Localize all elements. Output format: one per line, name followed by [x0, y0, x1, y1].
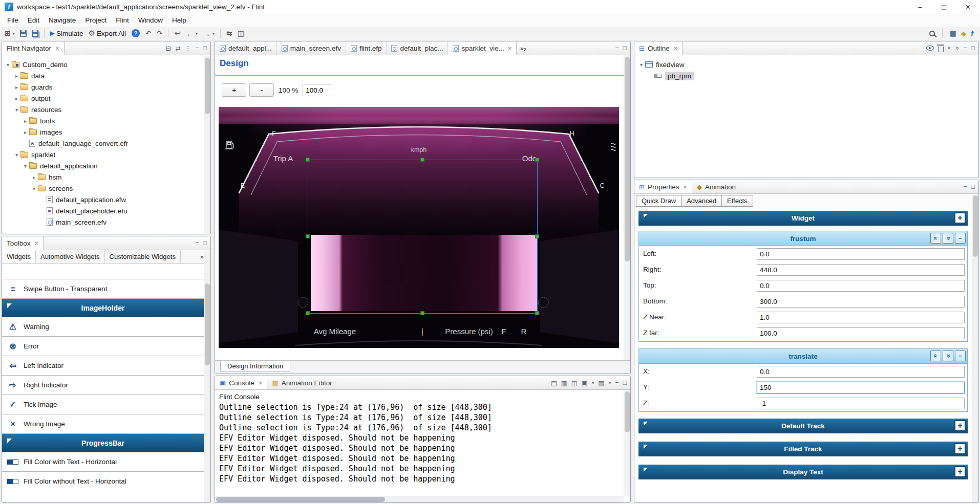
tab-automotive-widgets[interactable]: Automotive Widgets — [36, 250, 105, 263]
field-input[interactable] — [757, 296, 965, 308]
tab-widgets[interactable]: Widgets — [2, 250, 36, 263]
expand-arrow[interactable]: ▸ — [22, 118, 29, 124]
minimize-icon[interactable]: − — [963, 183, 967, 190]
perspective-icon[interactable]: ◆ — [961, 30, 966, 37]
last-edit-location-button[interactable]: ↩ — [172, 28, 183, 39]
field-input[interactable] — [757, 264, 965, 276]
chevron-down-icon[interactable]: ▾ — [13, 31, 15, 36]
section-widget[interactable]: Widget+ — [638, 211, 968, 226]
collapse-group-icon[interactable]: − — [955, 350, 966, 361]
display-selected-console-icon[interactable]: ▦ — [598, 379, 604, 387]
tab-animation[interactable]: ◆ Animation — [692, 180, 740, 193]
maximize-icon[interactable]: □ — [623, 45, 627, 52]
menu-edit[interactable]: Edit — [23, 15, 44, 26]
zoom-in-button[interactable]: + — [222, 83, 246, 97]
tab-effects[interactable]: Effects — [721, 195, 753, 207]
scroll-lock-icon[interactable]: ▥ — [561, 379, 567, 387]
editor-scrollbar[interactable] — [624, 55, 630, 360]
section-default-track[interactable]: Default Track+ — [638, 419, 968, 433]
maximize-icon[interactable]: □ — [623, 379, 627, 386]
collapse-triangle-icon[interactable] — [644, 445, 648, 449]
flint-perspective-icon[interactable]: f — [971, 29, 973, 38]
tab-customizable-widgets[interactable]: Customizable Widgets — [105, 250, 181, 263]
editor-tab-flint-efp[interactable]: flint.efp — [346, 41, 387, 55]
close-window-button[interactable]: × — [956, 0, 980, 14]
help-button[interactable]: ? — [132, 29, 140, 37]
toolbox-item-Error[interactable]: ⊗Error — [2, 336, 204, 356]
design-canvas[interactable]: F H E C Trip A kmph Odo Avg Mileage | Pr… — [219, 107, 619, 348]
tree-item-images[interactable]: ▸images — [2, 126, 210, 138]
toolbox-item-Right-Indicator[interactable]: ⇨Right Indicator — [2, 375, 204, 395]
undo-button[interactable]: ↶ — [143, 28, 154, 38]
toolbox-item-Warning[interactable]: ⚠Warning — [2, 317, 204, 336]
tab-toolbox[interactable]: Toolbox × — [2, 236, 44, 250]
toolbox-item-Swipe-Button-Transparent[interactable]: ≡Swipe Button - Transparent — [2, 279, 204, 298]
menu-help[interactable]: Help — [167, 15, 191, 26]
field-input[interactable] — [757, 280, 965, 292]
add-button[interactable]: + — [954, 212, 966, 224]
field-input[interactable] — [757, 312, 965, 323]
close-icon[interactable]: × — [259, 379, 263, 387]
collapse-arrow[interactable]: ▾ — [13, 152, 20, 158]
section-display-text[interactable]: Display Text+ — [638, 465, 968, 479]
chevron-down-icon[interactable]: ▾ — [609, 381, 611, 385]
close-icon[interactable]: × — [35, 239, 39, 247]
tree-item-main_screen.efv[interactable]: main_screen.efv — [2, 216, 210, 228]
console-scrollbar[interactable] — [624, 390, 630, 496]
zoom-input[interactable] — [303, 84, 331, 96]
navigator-scrollbar[interactable] — [204, 56, 210, 234]
tree-item-default_language_convert.efr[interactable]: default_language_convert.efr — [2, 138, 210, 149]
eye-icon[interactable] — [926, 46, 934, 51]
toolbox-item-Fill-Color-without-Text-Horizontal[interactable]: Fill Color without Text - Horizontal — [2, 471, 204, 491]
scrollbar-thumb[interactable] — [625, 391, 630, 432]
collapse-all-icon[interactable]: « — [930, 350, 941, 361]
expand-all-icon[interactable]: « — [943, 233, 953, 244]
collapse-triangle-icon[interactable] — [7, 439, 12, 443]
save-button[interactable] — [18, 29, 29, 38]
maximize-icon[interactable]: □ — [971, 183, 975, 190]
add-button[interactable]: + — [954, 443, 966, 454]
editor-tab-main-screen-efv[interactable]: main_screen.efv — [277, 41, 346, 55]
scrollbar-thumb[interactable] — [216, 497, 385, 502]
close-icon[interactable]: × — [683, 183, 687, 191]
editor-tab-default-appl-[interactable]: default_appl... — [215, 41, 277, 55]
collapse-group-icon[interactable]: − — [955, 233, 966, 244]
scrollbar-thumb[interactable] — [205, 58, 210, 114]
editor-tab-default-plac-[interactable]: default_plac... — [387, 41, 448, 55]
open-console-icon[interactable]: ▣ — [581, 379, 587, 387]
collapse-arrow[interactable]: ▾ — [4, 62, 12, 68]
tree-item-default_placeholder.efu[interactable]: default_placeholder.efu — [2, 205, 210, 216]
chevron-down-icon[interactable]: ▾ — [196, 31, 198, 36]
tab-outline[interactable]: ⊟ Outline × — [634, 41, 683, 55]
save-all-button[interactable] — [30, 29, 40, 38]
clear-console-icon[interactable]: ▤ — [551, 379, 557, 387]
tree-item-screens[interactable]: ▾screens — [2, 183, 210, 194]
expand-arrow[interactable]: ▸ — [13, 84, 20, 90]
collapse-all-icon[interactable]: « — [930, 233, 941, 244]
open-perspective-icon[interactable]: ▦ — [950, 29, 956, 37]
console-body[interactable]: Flint Console Outline selection is Type:… — [215, 390, 624, 496]
toolbox-section-ImageHolder[interactable]: ImageHolder — [2, 298, 204, 317]
minimize-icon[interactable]: − — [195, 45, 199, 52]
tree-item-resources[interactable]: ▾resources — [2, 104, 210, 115]
expand-all-icon[interactable]: « — [943, 350, 953, 361]
toolbox-item-Tick-Image[interactable]: ✓Tick Image — [2, 395, 204, 414]
tree-item-Custom_demo[interactable]: ▾Custom_demo — [2, 59, 210, 70]
maximize-icon[interactable]: □ — [203, 45, 207, 52]
console-hscrollbar[interactable] — [215, 496, 624, 502]
expand-arrow[interactable]: ▸ — [13, 73, 20, 79]
collapse-triangle-icon[interactable] — [644, 468, 648, 472]
toolbox-item-Fill-Color-with-Text-Horizontal[interactable]: Fill Color with Text - Horizontal — [2, 452, 204, 471]
scrollbar-thumb[interactable] — [973, 195, 978, 257]
tree-item-default_application.efw[interactable]: default_application.efw — [2, 194, 210, 205]
minimize-icon[interactable]: − — [615, 379, 619, 386]
chevron-down-icon[interactable]: ▾ — [212, 31, 215, 36]
tree-item-data[interactable]: ▸data — [2, 70, 210, 81]
mark-occurrences-button[interactable]: ◫ — [236, 28, 246, 38]
tab-flint-navigator[interactable]: Flint Navigator × — [2, 41, 65, 55]
collapse-arrow[interactable]: ▾ — [13, 107, 20, 113]
field-input[interactable] — [757, 366, 965, 378]
minimize-icon[interactable]: − — [615, 45, 619, 52]
section-filled-track[interactable]: Filled Track+ — [638, 442, 968, 456]
close-icon[interactable]: × — [55, 45, 59, 52]
